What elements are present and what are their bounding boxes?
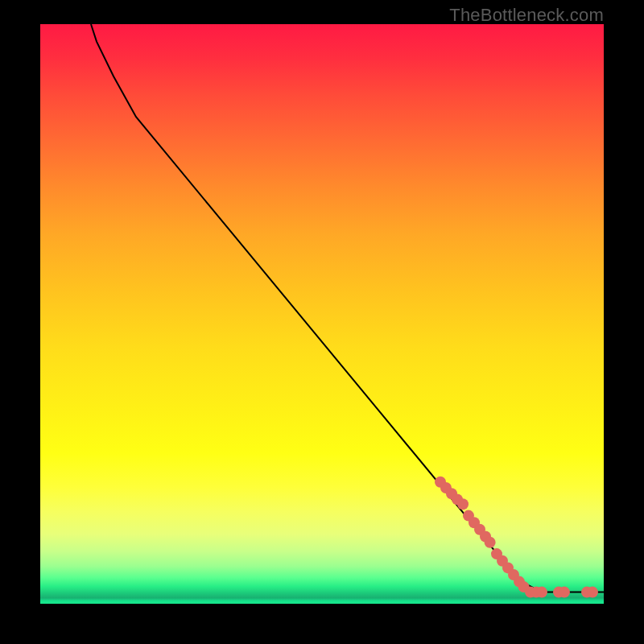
chart-frame: TheBottleneck.com [0,0,644,644]
bottleneck-curve [91,24,604,592]
scatter-point [559,587,570,598]
scatter-markers [435,477,598,598]
scatter-point [536,587,547,598]
scatter-point [485,537,496,548]
scatter-point [457,498,469,510]
watermark-text: TheBottleneck.com [449,5,604,26]
plot-area [40,24,604,604]
scatter-point [587,587,598,598]
chart-svg [40,24,604,604]
